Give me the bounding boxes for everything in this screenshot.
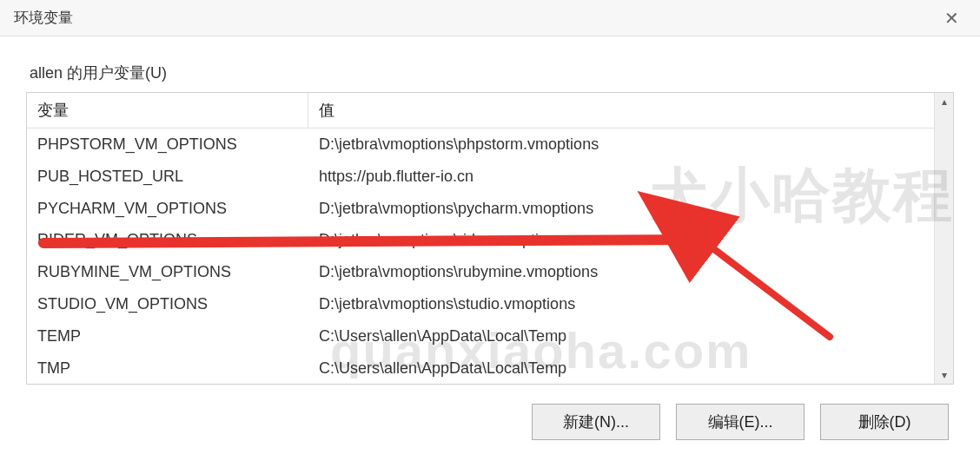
table-row[interactable]: PYCHARM_VM_OPTIONSD:\jetbra\vmoptions\py… [27, 193, 934, 225]
close-icon[interactable]: ✕ [937, 4, 966, 32]
table-row[interactable]: STUDIO_VM_OPTIONSD:\jetbra\vmoptions\stu… [27, 288, 934, 320]
table-row[interactable]: RIDER_VM_OPTIONSD:\jetbra\vmoptions\ride… [27, 224, 934, 256]
vertical-scrollbar[interactable]: ▴ ▾ [934, 93, 953, 384]
dialog-title: 环境变量 [14, 8, 73, 28]
button-row: 新建(N)... 编辑(E)... 删除(D) [26, 404, 954, 440]
cell-value: C:\Users\allen\AppData\Local\Temp [308, 320, 934, 352]
cell-value: C:\Users\allen\AppData\Local\Temp [308, 352, 934, 385]
table-row[interactable]: PUB_HOSTED_URLhttps://pub.flutter-io.cn [27, 161, 934, 193]
new-button[interactable]: 新建(N)... [532, 404, 660, 440]
delete-button[interactable]: 删除(D) [820, 404, 949, 440]
cell-variable: TEMP [27, 320, 308, 352]
cell-value: D:\jetbra\vmoptions\rider.vmoptions [308, 224, 934, 256]
edit-button[interactable]: 编辑(E)... [676, 404, 805, 440]
scroll-down-icon[interactable]: ▾ [940, 366, 949, 384]
cell-variable: PHPSTORM_VM_OPTIONS [27, 128, 308, 161]
cell-variable: TMP [27, 352, 308, 385]
user-variables-label: allen 的用户变量(U) [26, 63, 954, 83]
table-row[interactable]: PHPSTORM_VM_OPTIONSD:\jetbra\vmoptions\p… [27, 128, 934, 161]
variables-table: 变量 值 PHPSTORM_VM_OPTIONSD:\jetbra\vmopti… [26, 92, 954, 385]
cell-value: D:\jetbra\vmoptions\pycharm.vmoptions [308, 193, 934, 225]
cell-value: D:\jetbra\vmoptions\studio.vmoptions [308, 288, 934, 320]
scroll-up-icon[interactable]: ▴ [940, 93, 949, 110]
cell-variable: STUDIO_VM_OPTIONS [27, 288, 308, 320]
cell-value: D:\jetbra\vmoptions\rubymine.vmoptions [308, 256, 934, 288]
cell-value: D:\jetbra\vmoptions\phpstorm.vmoptions [308, 128, 934, 161]
table-header: 变量 值 [27, 93, 934, 128]
col-variable-header[interactable]: 变量 [27, 93, 308, 128]
titlebar: 环境变量 ✕ [0, 0, 980, 36]
cell-variable: PUB_HOSTED_URL [27, 161, 308, 193]
table-row[interactable]: TEMPC:\Users\allen\AppData\Local\Temp [27, 320, 934, 352]
cell-variable: PYCHARM_VM_OPTIONS [27, 193, 308, 225]
cell-variable: RUBYMINE_VM_OPTIONS [27, 256, 308, 288]
table-row[interactable]: TMPC:\Users\allen\AppData\Local\Temp [27, 352, 934, 385]
cell-variable: RIDER_VM_OPTIONS [27, 224, 308, 256]
table-row[interactable]: RUBYMINE_VM_OPTIONSD:\jetbra\vmoptions\r… [27, 256, 934, 288]
content: allen 的用户变量(U) 变量 值 PHPSTORM_VM_OPTIONSD… [0, 36, 980, 440]
col-value-header[interactable]: 值 [308, 93, 934, 128]
cell-value: https://pub.flutter-io.cn [308, 161, 934, 193]
